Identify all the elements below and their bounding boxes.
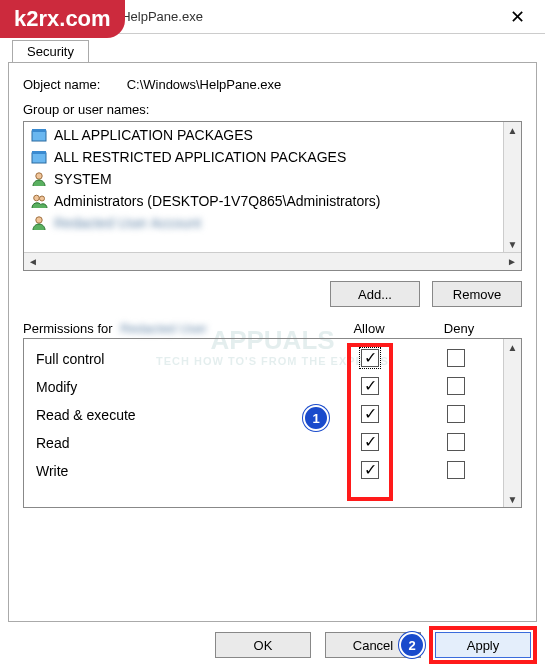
- scroll-right-icon[interactable]: ►: [503, 254, 521, 270]
- group-item[interactable]: ALL RESTRICTED APPLICATION PACKAGES: [26, 146, 519, 168]
- object-name-label: Object name:: [23, 77, 123, 92]
- apply-button[interactable]: Apply: [435, 632, 531, 658]
- allow-checkbox[interactable]: [361, 433, 379, 451]
- group-item[interactable]: SYSTEM: [26, 168, 519, 190]
- groups-listbox[interactable]: ALL APPLICATION PACKAGESALL RESTRICTED A…: [23, 121, 522, 271]
- permission-name: Read: [28, 435, 327, 451]
- svg-point-8: [40, 196, 45, 201]
- group-item[interactable]: Administrators (DESKTOP-1V7Q865\Administ…: [26, 190, 519, 212]
- allow-checkbox[interactable]: [361, 377, 379, 395]
- allow-checkbox[interactable]: [361, 349, 379, 367]
- svg-rect-4: [32, 153, 46, 163]
- scroll-left-icon[interactable]: ◄: [24, 254, 42, 270]
- group-buttons-row: Add... Remove: [23, 281, 522, 307]
- object-name-row: Object name: C:\Windows\HelpPane.exe: [23, 77, 522, 92]
- group-item-label: ALL APPLICATION PACKAGES: [54, 127, 253, 143]
- deny-checkbox[interactable]: [447, 405, 465, 423]
- svg-rect-2: [32, 131, 46, 141]
- scroll-up-icon[interactable]: ▲: [504, 122, 521, 138]
- permissions-for-label: Permissions for: [23, 321, 113, 336]
- scroll-down-icon[interactable]: ▼: [504, 491, 521, 507]
- tab-strip: Security: [0, 34, 545, 62]
- object-name-value: C:\Windows\HelpPane.exe: [127, 77, 282, 92]
- groups-label: Group or user names:: [23, 102, 149, 117]
- group-item[interactable]: ALL APPLICATION PACKAGES: [26, 124, 519, 146]
- svg-rect-3: [32, 129, 46, 132]
- allow-checkbox[interactable]: [361, 461, 379, 479]
- scroll-down-icon[interactable]: ▼: [504, 236, 521, 252]
- permission-name: Modify: [28, 379, 327, 395]
- permission-row: Read: [28, 429, 499, 457]
- svg-point-7: [34, 195, 40, 201]
- user-icon: [30, 170, 48, 188]
- remove-button[interactable]: Remove: [432, 281, 522, 307]
- close-button[interactable]: ✕: [495, 0, 539, 34]
- permissions-vscrollbar[interactable]: ▲ ▼: [503, 339, 521, 507]
- group-item-label: SYSTEM: [54, 171, 112, 187]
- allow-checkbox[interactable]: [361, 405, 379, 423]
- site-watermark: k2rx.com: [0, 0, 125, 38]
- permissions-for-user: Redacted User: [120, 321, 207, 336]
- col-header-allow: Allow: [324, 321, 414, 336]
- annotation-badge-2: 2: [401, 634, 423, 656]
- group-item-label: Administrators (DESKTOP-1V7Q865\Administ…: [54, 193, 381, 209]
- add-button[interactable]: Add...: [330, 281, 420, 307]
- users-icon: [30, 192, 48, 210]
- deny-checkbox[interactable]: [447, 377, 465, 395]
- svg-point-6: [36, 173, 42, 179]
- deny-checkbox[interactable]: [447, 349, 465, 367]
- groups-vscrollbar[interactable]: ▲ ▼: [503, 122, 521, 252]
- tab-panel-security: APPUALS TECH HOW TO'S FROM THE EXPERTS O…: [8, 62, 537, 622]
- svg-rect-5: [32, 151, 46, 154]
- scroll-up-icon[interactable]: ▲: [504, 339, 521, 355]
- permissions-table: 1 Full controlModifyRead & executeReadWr…: [23, 338, 522, 508]
- svg-point-9: [36, 217, 42, 223]
- group-item[interactable]: Redacted User Account: [26, 212, 519, 234]
- package-icon: [30, 148, 48, 166]
- user-icon: [30, 214, 48, 232]
- permission-name: Write: [28, 463, 327, 479]
- tab-security[interactable]: Security: [12, 40, 89, 62]
- permissions-header: Permissions for Redacted User Allow Deny: [23, 321, 522, 336]
- annotation-badge-1: 1: [305, 407, 327, 429]
- permission-row: Modify: [28, 373, 499, 401]
- permission-name: Read & execute: [28, 407, 327, 423]
- col-header-deny: Deny: [414, 321, 504, 336]
- permission-name: Full control: [28, 351, 327, 367]
- dialog-button-row: OK Cancel 2 Apply: [0, 622, 545, 668]
- group-item-label: Redacted User Account: [54, 215, 201, 231]
- group-item-label: ALL RESTRICTED APPLICATION PACKAGES: [54, 149, 346, 165]
- deny-checkbox[interactable]: [447, 433, 465, 451]
- ok-button[interactable]: OK: [215, 632, 311, 658]
- permission-row: Read & execute: [28, 401, 499, 429]
- permission-row: Full control: [28, 345, 499, 373]
- package-icon: [30, 126, 48, 144]
- permission-row: Write: [28, 457, 499, 485]
- deny-checkbox[interactable]: [447, 461, 465, 479]
- groups-hscrollbar[interactable]: ◄ ►: [24, 252, 521, 270]
